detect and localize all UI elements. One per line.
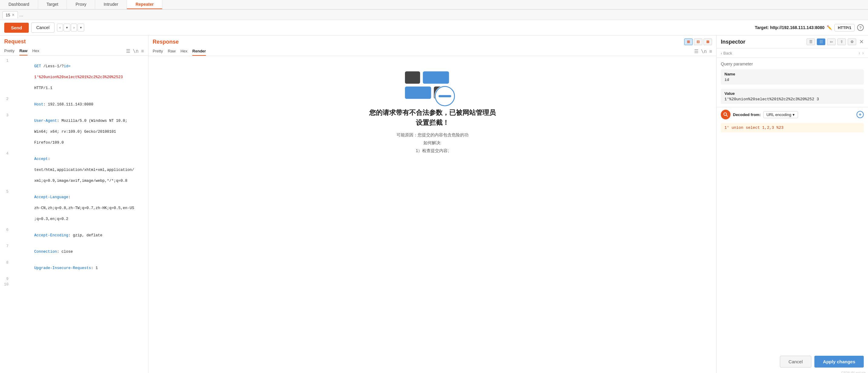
menu-icon[interactable]: ≡: [141, 49, 144, 54]
target-label: Target: http://192.168.111.143:8080: [755, 25, 825, 30]
code-line: 10: [0, 282, 148, 287]
code-line: 3 User-Agent: Mozilla/5.0 (Windows NT 10…: [0, 113, 148, 151]
response-title: Response: [153, 39, 179, 45]
tab-15[interactable]: 15 ✕: [2, 11, 18, 19]
view-horizontal-icon[interactable]: ⊟: [694, 38, 702, 45]
code-line: 7 Connection: close: [0, 243, 148, 260]
response-tabs: Pretty Raw Hex Render ☰ \n ≡: [148, 47, 716, 56]
inspector-name-box: Name id: [721, 69, 864, 85]
inspector-name-value[interactable]: id: [724, 78, 860, 82]
nav-intruder[interactable]: Intruder: [95, 0, 127, 9]
newline-icon[interactable]: \n: [133, 48, 138, 54]
decoded-value-text: 1' union select 1,2,3 %23: [724, 125, 783, 130]
inspector-settings-icon[interactable]: ⚙: [848, 38, 856, 45]
error-sub2-text: 如何解决:: [424, 140, 441, 146]
nav-proxy[interactable]: Proxy: [67, 0, 95, 9]
nav-prev-btn[interactable]: ‹: [57, 24, 63, 31]
code-line: 8 Upgrade-Insecure-Requests: 1: [0, 260, 148, 276]
response-tab-hex[interactable]: Hex: [181, 47, 187, 56]
inspector-value-value[interactable]: 1'%20union%20select%201%2c2%2c3%20%252 3: [724, 97, 860, 102]
response-tab-pretty[interactable]: Pretty: [153, 47, 163, 56]
response-newline-icon[interactable]: \n: [701, 49, 707, 54]
response-view-icons: ⊞ ⊟ ⊠: [684, 38, 712, 45]
search-icon: [723, 112, 728, 117]
request-tab-icons: ☰ \n ≡: [126, 48, 144, 54]
request-tab-pretty[interactable]: Pretty: [4, 47, 14, 55]
top-nav: Dashboard Target Proxy Intruder Repeater: [0, 0, 868, 10]
response-list-icon[interactable]: ☰: [694, 49, 699, 54]
inspector-back-btn[interactable]: ‹ Back: [721, 51, 732, 55]
cancel-button[interactable]: Cancel: [31, 22, 55, 33]
watermark: CSDN @Land.me: [717, 371, 868, 373]
nav-target[interactable]: Target: [38, 0, 67, 9]
request-panel: Request Pretty Raw Hex ☰ \n ≡ 1 GET /Les…: [0, 35, 148, 373]
error-main-text: 您的请求带有不合法参数，已被网站管理员设置拦截！: [369, 108, 496, 127]
back-chevron-icon: ‹: [721, 51, 722, 55]
inspector-bottom-buttons: Cancel Apply changes: [717, 353, 868, 371]
code-line: 5 Accept-Language: zh-CN,zh;q=0.8,zh-TW;…: [0, 189, 148, 227]
svg-rect-7: [438, 95, 451, 97]
main-layout: Request Pretty Raw Hex ☰ \n ≡ 1 GET /Les…: [0, 35, 868, 373]
inspector-icons: ☰ ☷ ⇦ ⇧ ⚙ ✕: [807, 38, 864, 45]
svg-rect-2: [405, 86, 431, 99]
inspector-align-right[interactable]: ⇧: [837, 38, 846, 45]
nav-next-dropdown[interactable]: ▾: [78, 24, 84, 31]
toolbar-target: Target: http://192.168.111.143:8080 ✏️ H…: [755, 24, 864, 31]
apply-changes-button[interactable]: Apply changes: [814, 356, 864, 368]
http-version-badge[interactable]: HTTP/1: [834, 24, 855, 31]
code-line: 4 Accept: text/html,application/xhtml+xm…: [0, 151, 148, 189]
view-split-icon[interactable]: ⊞: [684, 38, 693, 45]
response-tab-raw[interactable]: Raw: [168, 47, 176, 56]
inspector-panel: Inspector ☰ ☷ ⇦ ⇧ ⚙ ✕ ‹ Back ‹ › Query p…: [717, 35, 868, 373]
inspector-cancel-button[interactable]: Cancel: [780, 356, 812, 368]
request-content: 1 GET /Less-1/?id= 1'%20union%20select%2…: [0, 56, 148, 373]
code-line: 1 GET /Less-1/?id= 1'%20union%20select%2…: [0, 58, 148, 96]
nav-arrows: ‹ ▾ › ▾: [57, 24, 84, 31]
response-panel: Response ⊞ ⊟ ⊠ Pretty Raw Hex Render ☰ \…: [148, 35, 717, 373]
response-tab-render[interactable]: Render: [192, 47, 206, 56]
request-tab-hex[interactable]: Hex: [32, 47, 39, 55]
back-label: Back: [723, 51, 732, 55]
inspector-close-icon[interactable]: ✕: [859, 38, 864, 45]
nav-next-btn[interactable]: ›: [71, 24, 77, 31]
svg-line-9: [726, 115, 727, 116]
request-tab-raw[interactable]: Raw: [20, 47, 28, 55]
inspector-title: Inspector: [721, 39, 804, 45]
decoded-type-selector[interactable]: URL encoding ▾: [763, 111, 798, 118]
inspector-next-arrow[interactable]: ›: [862, 50, 864, 56]
error-sub3-text: 1）检查提交内容;: [416, 148, 449, 154]
svg-rect-1: [423, 71, 449, 84]
nav-repeater[interactable]: Repeater: [127, 0, 162, 9]
decoded-type-label: URL encoding: [767, 112, 792, 117]
inspector-value-box: Value 1'%20union%20select%201%2c2%2c3%20…: [721, 89, 864, 104]
response-menu-icon[interactable]: ≡: [709, 49, 712, 54]
nav-dashboard[interactable]: Dashboard: [0, 0, 38, 9]
nav-prev-dropdown[interactable]: ▾: [64, 24, 70, 31]
edit-icon[interactable]: ✏️: [827, 25, 832, 30]
view-vertical-icon[interactable]: ⊠: [704, 38, 712, 45]
tab-more[interactable]: ...: [19, 12, 23, 18]
add-decoder-btn[interactable]: +: [857, 111, 864, 118]
svg-rect-0: [405, 71, 420, 84]
inspector-nav-arrows: ‹ ›: [859, 50, 864, 56]
error-illustration: [402, 68, 463, 108]
decoded-value-box: 1' union select 1,2,3 %23: [721, 123, 864, 133]
response-body: 您的请求带有不合法参数，已被网站管理员设置拦截！ 可能原因：您提交的内容包含危险…: [148, 56, 716, 373]
inspector-view-list[interactable]: ☰: [807, 38, 815, 45]
decoded-from-label: Decoded from:: [733, 112, 761, 117]
search-circle-icon[interactable]: [721, 110, 731, 119]
inspector-align-left[interactable]: ⇦: [827, 38, 836, 45]
help-icon[interactable]: ?: [857, 24, 864, 31]
error-sub-text: 可能原因：您提交的内容包含危险的功: [397, 133, 468, 138]
code-line: 9: [0, 276, 148, 282]
send-button[interactable]: Send: [4, 23, 29, 33]
response-header: Response ⊞ ⊟ ⊠: [148, 35, 716, 47]
error-image: 您的请求带有不合法参数，已被网站管理员设置拦截！ 可能原因：您提交的内容包含危险…: [369, 68, 496, 154]
inspector-view-detail[interactable]: ☷: [817, 38, 825, 45]
dropdown-chevron-icon: ▾: [793, 112, 795, 117]
list-icon[interactable]: ☰: [126, 48, 130, 54]
toolbar: Send Cancel ‹ ▾ › ▾ Target: http://192.1…: [0, 20, 868, 35]
tab-close-icon[interactable]: ✕: [12, 13, 14, 17]
request-tabs: Pretty Raw Hex ☰ \n ≡: [0, 47, 148, 56]
inspector-prev-arrow[interactable]: ‹: [859, 50, 860, 56]
